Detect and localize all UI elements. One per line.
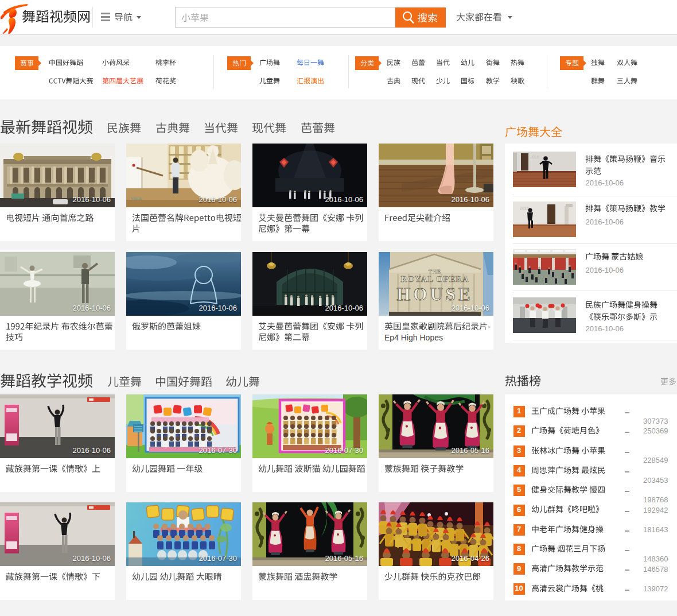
svg-text:visits: visits	[131, 195, 142, 201]
svg-text:2016: 2016	[530, 155, 539, 159]
svg-text:2016: 2016	[520, 206, 529, 210]
svg-text:THE: THE	[429, 269, 441, 274]
svg-text:ROYAL OPERA: ROYAL OPERA	[400, 274, 469, 284]
svg-text:HOUSE: HOUSE	[396, 284, 473, 304]
